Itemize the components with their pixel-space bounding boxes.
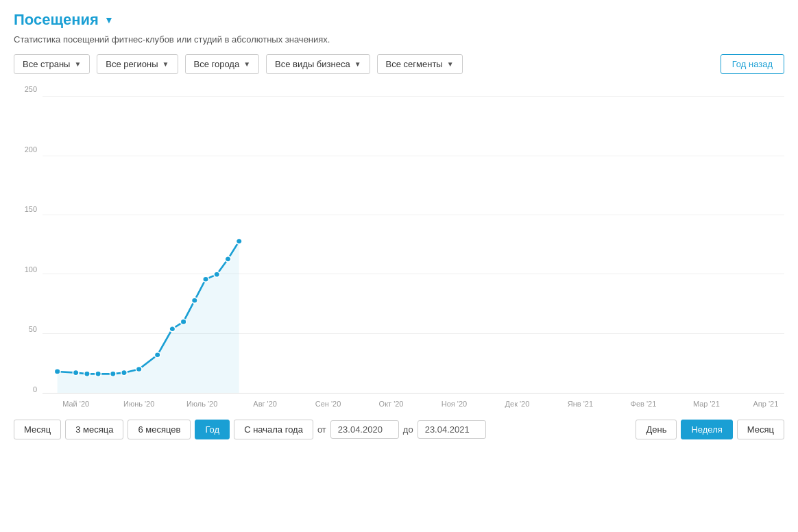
filter-cities-arrow: ▼ (243, 60, 250, 68)
y-label-100: 100 (14, 265, 41, 274)
title-dropdown-icon[interactable]: ▼ (104, 14, 114, 25)
svg-point-12 (214, 271, 220, 277)
x-label: Мар '21 (693, 400, 720, 408)
y-label-200: 200 (14, 145, 41, 154)
period-6months[interactable]: 6 месяцев (128, 420, 191, 439)
line-chart-svg (43, 85, 784, 393)
filter-segments-arrow: ▼ (447, 60, 454, 68)
svg-point-6 (136, 366, 142, 372)
svg-point-3 (95, 371, 101, 376)
gran-month[interactable]: Месяц (737, 420, 784, 439)
y-label-50: 50 (14, 325, 41, 333)
filter-business-arrow: ▼ (354, 60, 361, 68)
filter-cities[interactable]: Все города ▼ (185, 54, 260, 74)
bottom-controls: Месяц 3 месяца 6 месяцев Год С начала го… (14, 420, 784, 439)
y-label-0: 0 (14, 385, 41, 394)
period-year[interactable]: Год (195, 420, 230, 439)
filter-regions-arrow: ▼ (162, 60, 169, 68)
y-label-250: 250 (14, 85, 41, 93)
x-label: Май '20 (62, 400, 89, 408)
svg-point-2 (84, 371, 90, 376)
filters-row: Все страны ▼ Все регионы ▼ Все города ▼ … (14, 54, 784, 74)
filter-business[interactable]: Все виды бизнеса ▼ (266, 54, 370, 74)
x-label: Дек '20 (505, 400, 530, 408)
svg-point-4 (110, 371, 116, 376)
x-label: Авг '20 (253, 400, 277, 408)
x-label: Апр '21 (753, 400, 779, 408)
svg-point-14 (236, 239, 242, 244)
period-3months[interactable]: 3 месяца (65, 420, 123, 439)
svg-point-10 (191, 298, 197, 303)
filter-segments[interactable]: Все сегменты ▼ (377, 54, 463, 74)
svg-point-9 (180, 319, 186, 324)
x-label: Фев '21 (631, 400, 657, 408)
granularity-group: День Неделя Месяц (636, 420, 784, 439)
to-label: до (403, 424, 413, 435)
date-from-input[interactable] (330, 420, 399, 439)
page-subtitle: Статистика посещений фитнес-клубов или с… (14, 34, 784, 45)
svg-point-0 (54, 369, 60, 374)
chart-area: 0 50 100 150 200 250 Май '20Июнь '20Июль… (14, 85, 784, 414)
y-axis: 0 50 100 150 200 250 (14, 85, 41, 394)
x-label: Окт '20 (379, 400, 404, 408)
filter-countries-arrow: ▼ (74, 60, 81, 68)
chart-inner (43, 85, 784, 394)
page-title: Посещения (14, 11, 99, 29)
period-month[interactable]: Месяц (14, 420, 61, 439)
x-label: Сен '20 (315, 400, 341, 408)
year-back-button[interactable]: Год назад (721, 54, 784, 74)
gran-day[interactable]: День (636, 420, 677, 439)
svg-point-13 (225, 256, 231, 262)
filter-countries[interactable]: Все страны ▼ (14, 54, 90, 74)
period-ytd[interactable]: С начала года (234, 420, 313, 439)
svg-point-1 (73, 370, 79, 376)
svg-point-11 (203, 276, 209, 282)
gran-week[interactable]: Неделя (681, 420, 732, 439)
svg-point-5 (121, 370, 128, 376)
svg-point-8 (169, 326, 176, 332)
x-label: Ноя '20 (442, 400, 467, 408)
x-label: Янв '21 (568, 400, 593, 408)
x-label: Июнь '20 (123, 400, 154, 408)
date-to-input[interactable] (418, 420, 486, 439)
from-label: от (317, 424, 326, 435)
filter-regions[interactable]: Все регионы ▼ (97, 54, 178, 74)
svg-point-7 (154, 352, 160, 358)
x-label: Июль '20 (186, 400, 217, 408)
y-label-150: 150 (14, 205, 41, 213)
x-axis: Май '20Июнь '20Июль '20Авг '20Сен '20Окт… (43, 394, 784, 414)
